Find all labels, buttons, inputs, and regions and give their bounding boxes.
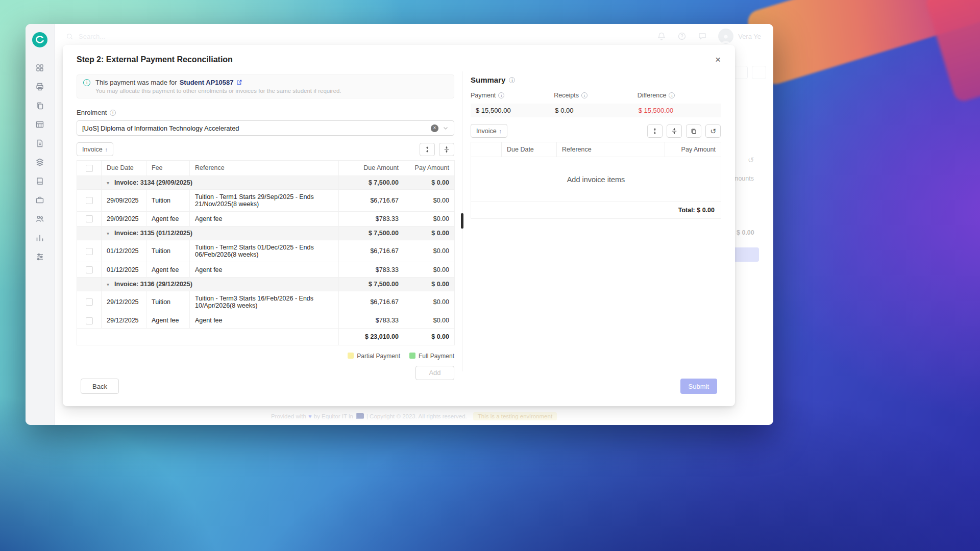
cell-reference: Agent fee [190,313,339,329]
table-icon [35,120,44,131]
student-link[interactable]: Student AP10587 [180,79,234,86]
modal-title: Step 2: External Payment Reconciliation [77,55,233,64]
row-checkbox[interactable] [86,298,93,306]
cell-fee: Tuition [146,189,190,211]
expand-rows-icon [651,128,658,135]
summary-title: Summary i [471,76,721,84]
modal-footer: Back Submit [63,379,735,406]
table-row: 29/09/2025 Agent fee Agent fee $783.33 $… [77,211,455,227]
expand-all-button[interactable] [647,124,663,138]
enrolment-label: Enrolment i [77,109,454,116]
cell-pay-amount: $0.00 [404,240,455,262]
sidebar-item-settings[interactable] [30,248,50,266]
desktop: Vera Ye ↺ Amounts $ 0.00 Provided with♥b… [0,0,980,551]
sidebar-item-briefcase[interactable] [30,192,50,210]
sort-invoice-button[interactable]: Invoice ↑ [77,142,113,156]
enrolment-select-value: [UoS] Diploma of Information Technology … [82,124,239,132]
book-icon [35,177,44,187]
sidebar-item-reports[interactable] [30,230,50,247]
sidebar-item-files[interactable] [30,135,50,153]
row-checkbox[interactable] [86,317,93,324]
info-icon[interactable]: i [110,110,116,116]
collapse-all-button[interactable] [439,143,454,156]
info-icon[interactable]: i [509,77,515,83]
sidebar-item-table[interactable] [30,116,50,134]
sidebar-item-book[interactable] [30,173,50,191]
collapse-all-button[interactable] [667,124,682,138]
history-icon: ↺ [710,127,716,135]
table-row: 01/12/2025 Agent fee Agent fee $783.33 $… [77,262,455,278]
enrolment-label-text: Enrolment [77,109,107,116]
sidebar-item-dashboard[interactable] [30,60,50,78]
cell-due-date: 29/09/2025 [102,211,146,227]
group-due-amount: $ 7,500.00 [339,278,404,291]
col-reference: Reference [190,161,339,176]
allocation-panel: i This payment was made for Student AP10… [77,71,454,379]
partial-payment-swatch [348,353,354,359]
empty-state-text: Add invoice items [471,157,721,202]
cell-due-amount: $6,716.67 [339,240,404,262]
summary-empty-row: Add invoice items [471,157,721,202]
row-checkbox[interactable] [86,266,93,273]
row-checkbox[interactable] [86,197,93,204]
external-link-icon[interactable] [236,79,242,86]
collapse-caret-icon[interactable]: ▾ [107,231,109,236]
sidebar-item-documents[interactable] [30,97,50,115]
legend-partial-label: Partial Payment [357,353,400,360]
payment-legend: Partial Payment Full Payment [77,353,454,360]
sort-asc-icon: ↑ [105,146,108,153]
banner-text: This payment was made for [95,79,177,86]
file-text-icon [35,139,44,149]
table-row: 01/12/2025 Tuition Tuition - Term2 Start… [77,240,455,262]
group-pay-amount: $ 0.00 [404,278,455,291]
sort-button-label: Invoice [82,146,103,153]
layers-icon [35,158,44,168]
select-all-checkbox[interactable] [86,165,93,172]
add-button[interactable]: Add [415,366,454,380]
cell-due-amount: $6,716.67 [339,189,404,211]
copy-button[interactable] [686,124,701,138]
stat-receipts-value: $ 0.00 [554,104,637,117]
sidebar-item-print[interactable] [30,79,50,96]
table-row: 29/09/2025 Tuition Tuition - Term1 Start… [77,189,455,211]
cell-pay-amount: $0.00 [404,291,455,313]
clear-icon[interactable]: × [431,124,438,132]
info-icon[interactable]: i [669,92,675,98]
sidebar-item-layers[interactable] [30,154,50,172]
modal-body: i This payment was made for Student AP10… [63,68,735,379]
info-icon[interactable]: i [498,92,504,98]
stat-difference-value: $ 15,500.00 [638,104,721,117]
enrolment-select[interactable]: [UoS] Diploma of Information Technology … [77,120,454,136]
summary-stat-values: $ 15,500.00 $ 0.00 $ 15,500.00 [471,104,721,117]
bar-chart-icon [35,233,44,244]
close-icon[interactable]: × [713,54,723,65]
row-checkbox[interactable] [86,215,93,222]
summary-sort-invoice-button[interactable]: Invoice ↑ [471,124,507,138]
sidebar-item-users[interactable] [30,211,50,229]
submit-button[interactable]: Submit [680,379,717,394]
legend-full-label: Full Payment [419,353,454,360]
col-due-amount: Due Amount [339,161,404,176]
total-pay-amount: $ 0.00 [404,328,455,345]
resize-handle[interactable] [461,213,463,229]
cell-pay-amount: $0.00 [404,313,455,329]
cell-fee: Tuition [146,291,190,313]
cell-pay-amount: $0.00 [404,189,455,211]
app-logo [31,31,48,48]
reconciliation-modal: Step 2: External Payment Reconciliation … [63,45,735,406]
cell-due-date: 01/12/2025 [102,240,146,262]
info-icon[interactable]: i [581,92,587,98]
cell-due-amount: $783.33 [339,211,404,227]
collapse-caret-icon[interactable]: ▾ [107,180,109,186]
row-checkbox[interactable] [86,248,93,255]
chevron-down-icon[interactable] [443,125,449,131]
expand-all-button[interactable] [420,143,435,156]
sidebar-nav [30,60,50,266]
collapse-caret-icon[interactable]: ▾ [107,282,109,287]
info-icon: i [83,79,90,86]
briefcase-icon [35,195,44,206]
history-button[interactable]: ↺ [705,124,721,138]
back-button[interactable]: Back [81,379,119,394]
panel-divider [454,71,471,379]
cell-due-date: 29/09/2025 [102,189,146,211]
